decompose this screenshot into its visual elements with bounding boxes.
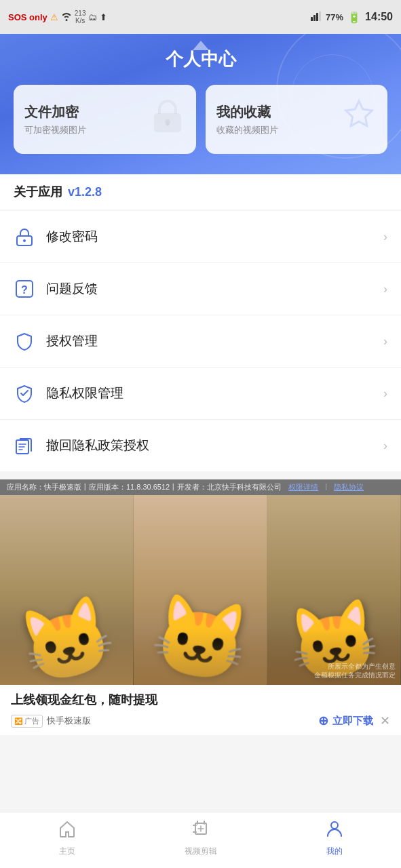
card-text-favorites: 我的收藏 收藏的视频图片 (216, 103, 278, 136)
time-display: 14:50 (365, 11, 393, 23)
svg-rect-0 (311, 17, 313, 21)
arrow-icon-1: › (383, 282, 387, 296)
ad-banner: 应用名称：快手极速版丨应用版本：11.8.30.6512丨开发者：北京快手科技有… (0, 479, 401, 735)
ad-label-area: 🔀 广告 快手极速版 (11, 715, 91, 728)
menu-label-auth: 授权管理 (46, 332, 383, 350)
menu-item-auth[interactable]: 授权管理 › (0, 315, 401, 368)
menu-list: 修改密码 › ? 问题反馈 › 授权管理 › 隐私权限管理 (0, 211, 401, 471)
about-label: 关于应用 (14, 184, 62, 200)
about-section: 关于应用 v1.2.8 (0, 174, 401, 210)
lock-outline-icon (14, 226, 35, 248)
battery-icon: 🔋 (347, 11, 361, 24)
network-speed: 213 K/s (75, 9, 86, 24)
ad-info-text: 应用名称：快手极速版丨应用版本：11.8.30.6512丨开发者：北京快手科技有… (7, 482, 282, 492)
card-title-encrypt: 文件加密 (24, 103, 86, 121)
cat-panel-1: 🐱 (0, 495, 134, 685)
menu-item-change-password[interactable]: 修改密码 › (0, 211, 401, 263)
menu-label-revoke: 撤回隐私政策授权 (46, 437, 383, 454)
cat-panel-2: 🐱 (134, 495, 267, 685)
cards-row: 文件加密 可加密视频图片 我的收藏 收藏的视频图片 (14, 85, 387, 154)
signal-bars (311, 12, 322, 23)
card-subtitle-favorites: 收藏的视频图片 (216, 124, 278, 136)
wifi-icon (61, 12, 72, 23)
ad-app-name: 快手极速版 (47, 715, 91, 727)
cat-overlay-1 (0, 628, 133, 685)
nav-label-video-edit: 视频剪辑 (185, 846, 217, 857)
ad-download-button[interactable]: ⊕ 立即下载 (318, 713, 373, 728)
card-title-favorites: 我的收藏 (216, 103, 278, 121)
header-area: 个人中心 文件加密 可加密视频图片 我的收藏 收藏的视频图片 (0, 34, 401, 174)
ad-image: 🐱 🐱 🐱 所展示全都为产生创意 金额根据任务完成情况而定 (0, 495, 401, 685)
bottom-nav: 主页 视频剪辑 我的 (0, 812, 401, 868)
revoke-icon (14, 435, 35, 456)
menu-label-privacy: 隐私权限管理 (46, 384, 383, 402)
ad-action-area: ⊕ 立即下载 ✕ (318, 713, 390, 728)
svg-rect-1 (313, 15, 316, 21)
nav-item-home[interactable]: 主页 (0, 819, 134, 857)
arrow-icon-3: › (383, 387, 387, 401)
svg-point-13 (331, 822, 338, 829)
svg-rect-2 (316, 13, 318, 21)
status-bar: SOS only ⚠ 213 K/s 🗂 ⬆ 77% 🔋 14:50 (0, 0, 401, 34)
lock-icon (150, 97, 185, 142)
page-title: 个人中心 (14, 47, 387, 71)
nav-label-home: 主页 (59, 846, 75, 857)
question-icon: ? (14, 278, 35, 300)
warning-icon: ⚠ (50, 12, 58, 22)
ad-bottom-bar: 上线领现金红包，随时提现 🔀 广告 快手极速版 ⊕ 立即下载 ✕ (0, 685, 401, 735)
svg-rect-3 (319, 12, 321, 21)
about-version: v1.2.8 (68, 185, 102, 199)
home-icon (58, 819, 77, 843)
ad-info-bar: 应用名称：快手极速版丨应用版本：11.8.30.6512丨开发者：北京快手科技有… (0, 479, 401, 495)
ad-badge: 🔀 广告 (11, 715, 43, 728)
status-right: 77% 🔋 14:50 (311, 11, 393, 24)
perm-link[interactable]: 权限详情 (288, 482, 318, 492)
crop-icon (191, 819, 210, 843)
ad-close-button[interactable]: ✕ (380, 713, 390, 728)
star-icon (341, 98, 377, 140)
svg-point-8 (23, 239, 26, 242)
ad-title: 上线领现金红包，随时提现 (11, 692, 390, 708)
menu-label-change-password: 修改密码 (46, 228, 383, 245)
nav-item-profile[interactable]: 我的 (267, 819, 401, 857)
svg-rect-6 (166, 122, 169, 126)
card-subtitle-encrypt: 可加密视频图片 (24, 124, 86, 136)
bottom-spacer (0, 735, 401, 789)
ad-watermark: 所展示全都为产生创意 金额根据任务完成情况而定 (314, 662, 396, 679)
person-icon (325, 819, 344, 843)
sep: | (325, 482, 327, 492)
menu-label-feedback: 问题反馈 (46, 280, 383, 298)
sd-card-icon: 🗂 (88, 12, 97, 22)
nav-item-video-edit[interactable]: 视频剪辑 (134, 819, 267, 857)
nav-label-profile: 我的 (326, 846, 343, 857)
upload-icon: ⬆ (100, 12, 107, 22)
card-text-encrypt: 文件加密 可加密视频图片 (24, 103, 86, 136)
cat-panel-3: 🐱 (267, 495, 401, 685)
arrow-icon-4: › (383, 439, 387, 453)
arrow-icon-0: › (383, 230, 387, 244)
battery-percent: 77% (326, 12, 343, 22)
status-left: SOS only ⚠ 213 K/s 🗂 ⬆ (8, 9, 107, 24)
my-favorites-card[interactable]: 我的收藏 收藏的视频图片 (206, 85, 388, 154)
shield-icon (14, 330, 35, 352)
menu-item-privacy[interactable]: 隐私权限管理 › (0, 368, 401, 420)
cat-overlay-2 (134, 628, 267, 685)
menu-item-revoke[interactable]: 撤回隐私政策授权 › (0, 420, 401, 471)
svg-text:?: ? (21, 284, 28, 296)
arrow-icon-2: › (383, 334, 387, 349)
file-encrypt-card[interactable]: 文件加密 可加密视频图片 (14, 85, 196, 154)
download-circle-icon: ⊕ (318, 713, 328, 728)
privacy-icon (14, 382, 35, 404)
sos-text: SOS only (8, 12, 47, 22)
menu-item-feedback[interactable]: ? 问题反馈 › (0, 263, 401, 315)
privacy-link[interactable]: 隐私协议 (334, 482, 364, 492)
ad-footer: 🔀 广告 快手极速版 ⊕ 立即下载 ✕ (11, 713, 390, 728)
